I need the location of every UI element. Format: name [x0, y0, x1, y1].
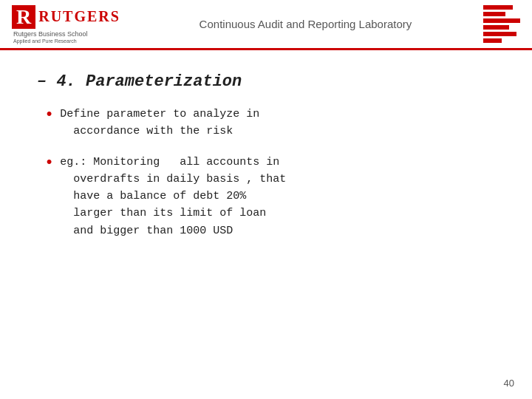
logo-area: R RUTGERS Rutgers Business School Applie… — [12, 5, 120, 44]
section-title: – 4. Parameterization — [37, 72, 495, 91]
bullet-text-2: eg.: Monitoring all accounts in overdraf… — [60, 154, 286, 239]
decor-bar-1 — [483, 5, 513, 10]
subtext-label: Applied and Pure Research — [13, 38, 77, 44]
decor-bar-6 — [483, 38, 502, 43]
decor-bar-4 — [483, 25, 509, 30]
header-decor — [483, 5, 520, 43]
decor-bar-2 — [483, 12, 505, 16]
rutgers-r-icon: R — [12, 5, 35, 29]
header-title: Continuous Audit and Reporting Laborator… — [135, 18, 476, 30]
rutgers-logo: R RUTGERS — [12, 5, 120, 29]
bullet-text-1: Define parameter to analyze in accordanc… — [60, 106, 259, 140]
header: R RUTGERS Rutgers Business School Applie… — [0, 0, 532, 50]
list-item: • Define parameter to analyze in accorda… — [44, 106, 495, 140]
bullet-icon-2: • — [44, 155, 54, 171]
business-school-label: Rutgers Business School — [13, 30, 88, 38]
main-content: – 4. Parameterization • Define parameter… — [0, 50, 532, 267]
bullet-icon-1: • — [44, 107, 54, 123]
rutgers-name: RUTGERS — [38, 8, 120, 25]
slide: R RUTGERS Rutgers Business School Applie… — [0, 0, 532, 399]
decor-bar-3 — [483, 18, 520, 23]
decor-bar-5 — [483, 32, 516, 36]
list-item: • eg.: Monitoring all accounts in overdr… — [44, 154, 495, 239]
page-number: 40 — [504, 378, 514, 389]
bullet-list: • Define parameter to analyze in accorda… — [37, 106, 495, 239]
